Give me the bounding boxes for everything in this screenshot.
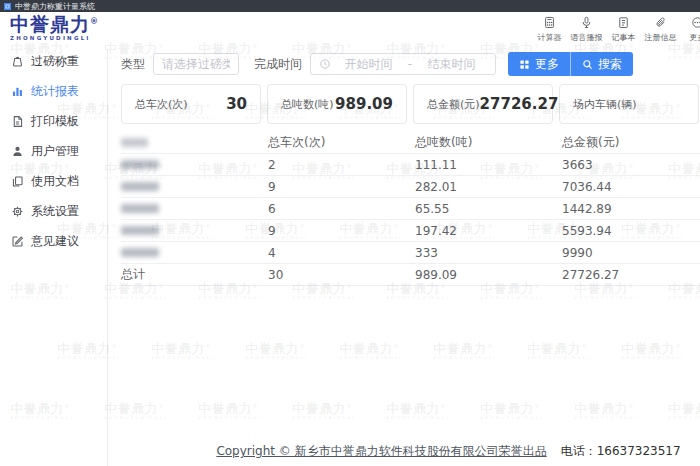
more-filters-button[interactable]: 更多 bbox=[508, 52, 571, 76]
sidebar-item-label: 系统设置 bbox=[31, 203, 79, 220]
page-footer: Copyright © 新乡市中誉鼎力软件科技股份有限公司荣誉出品电话：1663… bbox=[159, 443, 700, 460]
row-name-cell bbox=[121, 224, 268, 237]
user-icon bbox=[11, 145, 24, 158]
report-table: 总车次(次)总吨数(吨)总金额(元)2111.1136639282.017036… bbox=[121, 132, 700, 286]
toolbar-item-label: 语音播报 bbox=[571, 32, 603, 43]
brand-watermark: 中誉鼎力®ZHONGYUDINGLI bbox=[104, 402, 167, 421]
sidebar-item-5[interactable]: 使用文档 bbox=[0, 166, 107, 196]
table-row: 43339990 bbox=[121, 242, 700, 264]
phone-label: 电话： bbox=[561, 444, 597, 458]
brand-watermark: 中誉鼎力®ZHONGYUDINGLI bbox=[433, 342, 496, 361]
table-cell: 9 bbox=[268, 178, 415, 196]
toolbar-item-2[interactable]: 语音播报 bbox=[568, 16, 605, 43]
summary-card-2: 总吨数(吨)989.09 bbox=[267, 84, 407, 124]
paperclip-icon bbox=[654, 16, 667, 29]
copy-icon bbox=[11, 175, 24, 188]
sidebar-item-3[interactable]: 打印模板 bbox=[0, 106, 107, 136]
table-cell: 111.11 bbox=[415, 156, 562, 174]
main-content: 类型 完成时间 开始时间 - 结束时间 更多 bbox=[121, 52, 700, 286]
search-button[interactable]: 搜索 bbox=[571, 52, 633, 76]
card-value: 27726.27 bbox=[480, 95, 559, 113]
sidebar-item-label: 意见建议 bbox=[31, 233, 79, 250]
table-header-row: 总车次(次)总吨数(吨)总金额(元) bbox=[121, 132, 700, 154]
copyright-link[interactable]: Copyright © 新乡市中誉鼎力软件科技股份有限公司荣誉出品 bbox=[216, 444, 546, 458]
search-icon bbox=[582, 59, 593, 70]
redacted-text bbox=[121, 248, 159, 257]
grid-icon bbox=[519, 59, 530, 70]
toolbar-item-label: 记事本 bbox=[612, 32, 636, 43]
sidebar-divider bbox=[107, 50, 108, 466]
row-name-cell bbox=[121, 202, 268, 215]
gear-icon bbox=[11, 205, 24, 218]
sidebar-item-label: 过磅称重 bbox=[31, 53, 79, 70]
date-range-picker[interactable]: 开始时间 - 结束时间 bbox=[310, 53, 496, 75]
sidebar-item-1[interactable]: 过磅称重 bbox=[0, 46, 107, 76]
table-cell: 6 bbox=[268, 200, 415, 218]
brand-logo-text: 中誉鼎力® bbox=[10, 15, 99, 34]
card-label: 场内车辆(辆) bbox=[573, 97, 637, 112]
sidebar-item-6[interactable]: 系统设置 bbox=[0, 196, 107, 226]
brand-watermark: 中誉鼎力®ZHONGYUDINGLI bbox=[480, 402, 543, 421]
toolbar-item-4[interactable]: 注册信息 bbox=[642, 16, 679, 43]
table-cell: 30 bbox=[268, 266, 415, 284]
table-cell: 7036.44 bbox=[562, 178, 700, 196]
toolbar-item-1[interactable]: 计算器 bbox=[531, 16, 568, 43]
toolbar-item-3[interactable]: 记事本 bbox=[605, 16, 642, 43]
brand-watermark: 中誉鼎力®ZHONGYUDINGLI bbox=[621, 342, 684, 361]
brand-logo-subtext: ZHONGYUDINGLI bbox=[10, 36, 99, 42]
start-time-placeholder: 开始时间 bbox=[333, 56, 404, 73]
redacted-text bbox=[121, 226, 159, 235]
row-name-cell bbox=[121, 180, 268, 193]
end-time-placeholder: 结束时间 bbox=[416, 56, 487, 73]
table-cell: 333 bbox=[415, 244, 562, 262]
brand-watermark: 中誉鼎力®ZHONGYUDINGLI bbox=[292, 402, 355, 421]
summary-cards: 总车次(次)30总吨数(吨)989.09总金额(元)27726.27场内车辆(辆… bbox=[121, 84, 700, 124]
summary-card-4: 场内车辆(辆) bbox=[559, 84, 699, 124]
brand-watermark: 中誉鼎力®ZHONGYUDINGLI bbox=[10, 402, 73, 421]
sidebar-item-label: 打印模板 bbox=[31, 113, 79, 130]
sidebar-item-2[interactable]: 统计报表 bbox=[0, 76, 107, 106]
summary-card-1: 总车次(次)30 bbox=[121, 84, 261, 124]
clock-icon bbox=[319, 58, 331, 70]
table-row: 2111.113663 bbox=[121, 154, 700, 176]
weight-icon bbox=[11, 55, 24, 68]
phone-number: 16637323517 bbox=[597, 444, 681, 458]
filter-bar: 类型 完成时间 开始时间 - 结束时间 更多 bbox=[121, 52, 700, 76]
toolbar-item-label: 计算器 bbox=[538, 32, 562, 43]
sidebar-item-label: 统计报表 bbox=[31, 83, 79, 100]
table-row: 665.551442.89 bbox=[121, 198, 700, 220]
card-label: 总金额(元) bbox=[427, 97, 480, 112]
table-cell: 1442.89 bbox=[562, 200, 700, 218]
table-cell: 282.01 bbox=[415, 178, 562, 196]
summary-card-3: 总金额(元)27726.27 bbox=[413, 84, 553, 124]
toolbar-item-5[interactable]: 更多 bbox=[679, 16, 700, 43]
table-cell: 3663 bbox=[562, 156, 700, 174]
brand-watermark: 中誉鼎力®ZHONGYUDINGLI bbox=[57, 342, 120, 361]
type-filter-input[interactable] bbox=[153, 53, 239, 75]
table-row: 9282.017036.44 bbox=[121, 176, 700, 198]
notepad-icon bbox=[617, 16, 630, 29]
table-cell: 65.55 bbox=[415, 200, 562, 218]
redacted-text bbox=[121, 138, 148, 147]
table-cell: 2 bbox=[268, 156, 415, 174]
os-titlebar: 中誉鼎力称重计量系统 bbox=[0, 0, 700, 12]
table-cell: 197.42 bbox=[415, 222, 562, 240]
brand-watermark: 中誉鼎力®ZHONGYUDINGLI bbox=[339, 342, 402, 361]
brand-watermark: 中誉鼎力®ZHONGYUDINGLI bbox=[198, 402, 261, 421]
brand-watermark: 中誉鼎力®ZHONGYUDINGLI bbox=[527, 342, 590, 361]
table-cell: 5593.94 bbox=[562, 222, 700, 240]
sidebar-item-7[interactable]: 意见建议 bbox=[0, 226, 107, 256]
table-cell: 27726.27 bbox=[562, 266, 700, 284]
app-window: 中誉鼎力称重计量系统 中誉鼎力® ZHONGYUDINGLI 计算器语音播报记事… bbox=[0, 0, 700, 466]
more-button-label: 更多 bbox=[535, 56, 559, 73]
brand-watermark: 中誉鼎力®ZHONGYUDINGLI bbox=[574, 402, 637, 421]
sidebar-item-4[interactable]: 用户管理 bbox=[0, 136, 107, 166]
document-icon bbox=[11, 115, 24, 128]
row-name-cell bbox=[121, 246, 268, 259]
table-cell: 989.09 bbox=[415, 266, 562, 284]
edit-icon bbox=[11, 235, 24, 248]
row-name-cell bbox=[121, 136, 268, 149]
brand-logo: 中誉鼎力® ZHONGYUDINGLI bbox=[10, 15, 99, 42]
filter-buttons: 更多 搜索 bbox=[508, 52, 633, 76]
brand-watermark: 中誉鼎力®ZHONGYUDINGLI bbox=[245, 342, 308, 361]
